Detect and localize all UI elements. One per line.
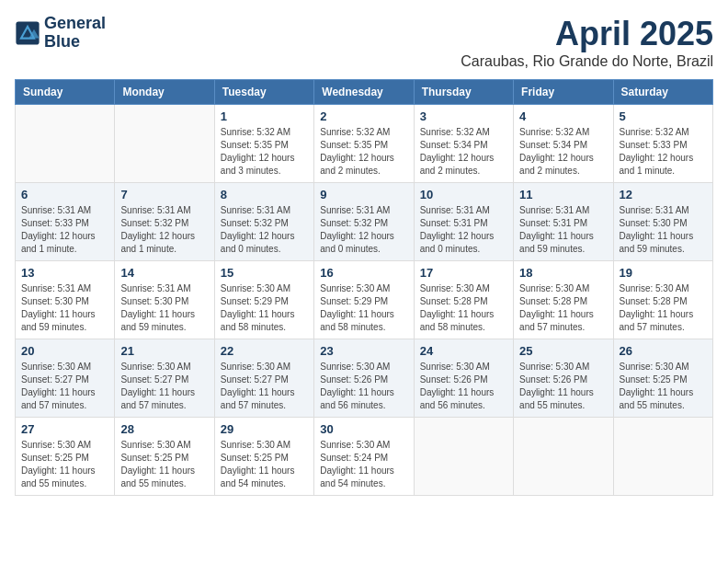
day-info: Sunrise: 5:32 AM Sunset: 5:34 PM Dayligh… [420,126,507,178]
day-number: 26 [620,344,707,358]
day-number: 28 [120,422,208,436]
calendar-cell [16,105,115,183]
day-number: 20 [21,344,108,358]
day-number: 23 [320,344,407,358]
calendar-cell: 15Sunrise: 5:30 AM Sunset: 5:29 PM Dayli… [214,261,313,339]
day-info: Sunrise: 5:31 AM Sunset: 5:32 PM Dayligh… [221,204,308,256]
day-number: 1 [221,109,308,123]
calendar-cell: 26Sunrise: 5:30 AM Sunset: 5:25 PM Dayli… [613,339,712,418]
calendar-cell: 2Sunrise: 5:32 AM Sunset: 5:35 PM Daylig… [314,105,414,183]
logo-line1: General [44,15,106,33]
day-info: Sunrise: 5:31 AM Sunset: 5:31 PM Dayligh… [420,204,507,256]
calendar-cell: 10Sunrise: 5:31 AM Sunset: 5:31 PM Dayli… [414,183,513,261]
weekday-header: Friday [514,80,613,105]
calendar-cell: 19Sunrise: 5:30 AM Sunset: 5:28 PM Dayli… [613,261,712,339]
day-number: 9 [320,188,407,201]
month-title: April 2025 [461,15,713,53]
day-number: 24 [420,344,507,358]
calendar-week-row: 20Sunrise: 5:30 AM Sunset: 5:27 PM Dayli… [16,339,713,418]
calendar-cell: 14Sunrise: 5:31 AM Sunset: 5:30 PM Dayli… [115,261,214,339]
calendar-cell: 7Sunrise: 5:31 AM Sunset: 5:32 PM Daylig… [115,183,214,261]
day-info: Sunrise: 5:31 AM Sunset: 5:31 PM Dayligh… [519,204,607,256]
day-info: Sunrise: 5:32 AM Sunset: 5:34 PM Dayligh… [519,126,607,178]
day-number: 13 [21,266,108,280]
day-info: Sunrise: 5:30 AM Sunset: 5:25 PM Dayligh… [221,439,308,490]
day-number: 30 [320,422,407,436]
location-title: Caraubas, Rio Grande do Norte, Brazil [461,53,713,70]
day-info: Sunrise: 5:31 AM Sunset: 5:32 PM Dayligh… [120,204,208,256]
day-info: Sunrise: 5:31 AM Sunset: 5:33 PM Dayligh… [21,204,108,256]
day-number: 11 [519,188,607,201]
day-number: 6 [21,188,108,201]
calendar-cell: 27Sunrise: 5:30 AM Sunset: 5:25 PM Dayli… [16,418,115,496]
calendar-cell: 17Sunrise: 5:30 AM Sunset: 5:28 PM Dayli… [414,261,513,339]
day-info: Sunrise: 5:30 AM Sunset: 5:26 PM Dayligh… [420,361,507,412]
calendar-week-row: 27Sunrise: 5:30 AM Sunset: 5:25 PM Dayli… [16,418,713,496]
day-number: 3 [420,109,507,123]
day-info: Sunrise: 5:32 AM Sunset: 5:35 PM Dayligh… [221,126,308,178]
day-number: 4 [519,109,607,123]
title-block: April 2025 Caraubas, Rio Grande do Norte… [461,15,713,70]
calendar-cell: 24Sunrise: 5:30 AM Sunset: 5:26 PM Dayli… [414,339,513,418]
day-info: Sunrise: 5:30 AM Sunset: 5:28 PM Dayligh… [620,282,707,334]
day-number: 15 [221,266,308,280]
weekday-header: Saturday [613,80,712,105]
calendar-cell: 13Sunrise: 5:31 AM Sunset: 5:30 PM Dayli… [16,261,115,339]
day-info: Sunrise: 5:30 AM Sunset: 5:25 PM Dayligh… [21,439,108,490]
day-number: 21 [120,344,208,358]
day-info: Sunrise: 5:32 AM Sunset: 5:35 PM Dayligh… [320,126,407,178]
day-info: Sunrise: 5:30 AM Sunset: 5:27 PM Dayligh… [21,361,108,412]
day-number: 16 [320,266,407,280]
calendar-cell: 28Sunrise: 5:30 AM Sunset: 5:25 PM Dayli… [115,418,214,496]
calendar-cell: 22Sunrise: 5:30 AM Sunset: 5:27 PM Dayli… [214,339,313,418]
calendar-week-row: 1Sunrise: 5:32 AM Sunset: 5:35 PM Daylig… [16,105,713,183]
calendar-cell: 18Sunrise: 5:30 AM Sunset: 5:28 PM Dayli… [514,261,613,339]
day-number: 17 [420,266,507,280]
day-info: Sunrise: 5:30 AM Sunset: 5:28 PM Dayligh… [519,282,607,334]
calendar-cell: 20Sunrise: 5:30 AM Sunset: 5:27 PM Dayli… [16,339,115,418]
day-number: 14 [120,266,208,280]
calendar-week-row: 6Sunrise: 5:31 AM Sunset: 5:33 PM Daylig… [16,183,713,261]
logo-line2: Blue [44,33,106,52]
calendar-week-row: 13Sunrise: 5:31 AM Sunset: 5:30 PM Dayli… [16,261,713,339]
calendar-cell: 30Sunrise: 5:30 AM Sunset: 5:24 PM Dayli… [314,418,414,496]
day-info: Sunrise: 5:30 AM Sunset: 5:29 PM Dayligh… [320,282,407,334]
day-info: Sunrise: 5:31 AM Sunset: 5:30 PM Dayligh… [620,204,707,256]
day-info: Sunrise: 5:30 AM Sunset: 5:25 PM Dayligh… [120,439,208,490]
day-info: Sunrise: 5:31 AM Sunset: 5:30 PM Dayligh… [21,282,108,334]
day-number: 29 [221,422,308,436]
calendar-cell [414,418,513,496]
day-info: Sunrise: 5:31 AM Sunset: 5:32 PM Dayligh… [320,204,407,256]
calendar-cell: 29Sunrise: 5:30 AM Sunset: 5:25 PM Dayli… [214,418,313,496]
weekday-header-row: SundayMondayTuesdayWednesdayThursdayFrid… [16,80,713,105]
day-number: 12 [620,188,707,201]
weekday-header: Monday [115,80,214,105]
calendar-cell: 11Sunrise: 5:31 AM Sunset: 5:31 PM Dayli… [514,183,613,261]
day-info: Sunrise: 5:30 AM Sunset: 5:29 PM Dayligh… [221,282,308,334]
day-info: Sunrise: 5:30 AM Sunset: 5:24 PM Dayligh… [320,439,407,490]
day-number: 22 [221,344,308,358]
day-info: Sunrise: 5:30 AM Sunset: 5:27 PM Dayligh… [120,361,208,412]
calendar-cell: 23Sunrise: 5:30 AM Sunset: 5:26 PM Dayli… [314,339,414,418]
day-info: Sunrise: 5:30 AM Sunset: 5:26 PM Dayligh… [519,361,607,412]
day-number: 2 [320,109,407,123]
logo: General Blue [15,15,106,52]
day-number: 27 [21,422,108,436]
weekday-header: Thursday [414,80,513,105]
calendar-cell [514,418,613,496]
page-header: General Blue April 2025 Caraubas, Rio Gr… [15,15,713,70]
day-info: Sunrise: 5:30 AM Sunset: 5:28 PM Dayligh… [420,282,507,334]
day-number: 18 [519,266,607,280]
weekday-header: Wednesday [314,80,414,105]
weekday-header: Tuesday [214,80,313,105]
calendar-cell: 8Sunrise: 5:31 AM Sunset: 5:32 PM Daylig… [214,183,313,261]
calendar-cell: 25Sunrise: 5:30 AM Sunset: 5:26 PM Dayli… [514,339,613,418]
day-number: 25 [519,344,607,358]
calendar-cell: 21Sunrise: 5:30 AM Sunset: 5:27 PM Dayli… [115,339,214,418]
calendar-cell: 3Sunrise: 5:32 AM Sunset: 5:34 PM Daylig… [414,105,513,183]
day-info: Sunrise: 5:30 AM Sunset: 5:25 PM Dayligh… [620,361,707,412]
day-number: 5 [620,109,707,123]
logo-icon [15,20,40,46]
day-info: Sunrise: 5:32 AM Sunset: 5:33 PM Dayligh… [620,126,707,178]
day-number: 10 [420,188,507,201]
